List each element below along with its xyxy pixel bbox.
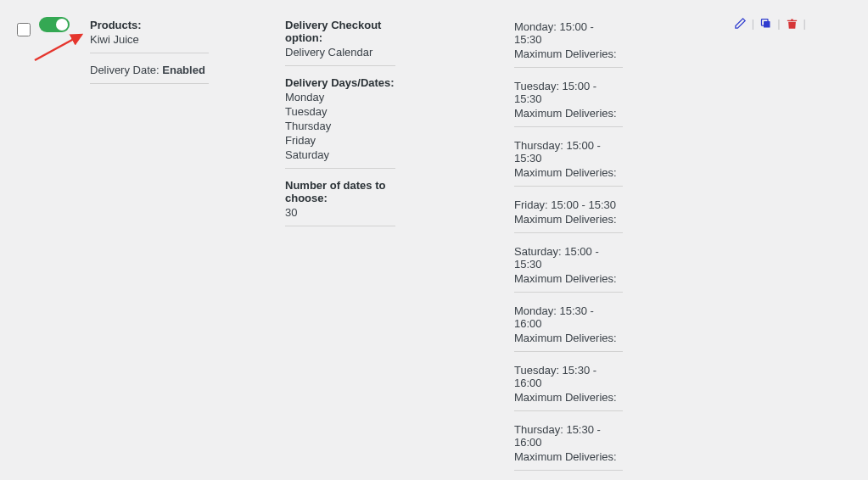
checkout-option-section: Delivery Checkout option: Delivery Calen…: [285, 14, 395, 66]
delivery-column: Delivery Checkout option: Delivery Calen…: [285, 14, 514, 232]
products-value: Kiwi Juice: [90, 33, 209, 46]
slot-time: Monday: 15:30 - 16:00: [514, 304, 623, 330]
time-slot: Monday: 15:30 - 16:00 Maximum Deliveries…: [514, 298, 623, 352]
delivery-days-label: Delivery Days/Dates:: [285, 76, 395, 89]
checkout-option-value: Delivery Calendar: [285, 46, 395, 59]
separator: |: [752, 17, 754, 30]
checkout-option-label: Delivery Checkout option:: [285, 19, 395, 44]
slot-max: Maximum Deliveries:: [514, 166, 623, 179]
num-dates-section: Number of dates to choose: 30: [285, 174, 395, 226]
svg-line-0: [35, 35, 81, 60]
time-slot: Tuesday: 15:30 - 16:00 Maximum Deliverie…: [514, 357, 623, 411]
products-label: Products:: [90, 19, 209, 31]
slot-max: Maximum Deliveries:: [514, 47, 623, 60]
slot-time: Monday: 15:00 - 15:30: [514, 20, 623, 46]
delivery-day: Saturday: [285, 148, 395, 161]
copy-icon: [759, 17, 772, 30]
time-slot: Tuesday: 15:00 - 15:30 Maximum Deliverie…: [514, 73, 623, 127]
slot-max: Maximum Deliveries:: [514, 107, 623, 120]
actions-column: | | |: [709, 14, 820, 30]
slot-time: Thursday: 15:30 - 16:00: [514, 423, 623, 449]
pencil-icon: [734, 17, 747, 30]
row-select-cell: [14, 14, 39, 39]
slot-time: Thursday: 15:00 - 15:30: [514, 139, 623, 165]
enable-toggle[interactable]: [39, 17, 70, 32]
delivery-date-value: Enabled: [162, 64, 205, 76]
slot-max: Maximum Deliveries:: [514, 391, 623, 404]
slot-max: Maximum Deliveries:: [514, 213, 623, 226]
slot-time: Tuesday: 15:30 - 16:00: [514, 364, 623, 389]
slot-max: Maximum Deliveries:: [514, 450, 623, 463]
num-dates-label: Number of dates to choose:: [285, 179, 395, 204]
products-column: Products: Kiwi Juice Delivery Date: Enab…: [90, 14, 285, 89]
delivery-day: Thursday: [285, 120, 395, 132]
separator: |: [777, 17, 780, 30]
slot-time: Friday: 15:00 - 15:30: [514, 198, 623, 211]
slots-column: Monday: 15:00 - 15:30 Maximum Deliveries…: [514, 14, 709, 480]
delivery-date-label: Delivery Date:: [90, 64, 160, 76]
trash-icon: [786, 17, 798, 30]
delivery-day: Friday: [285, 134, 395, 147]
row-checkbox[interactable]: [17, 23, 31, 36]
row-toggle-cell: [39, 14, 90, 32]
slot-max: Maximum Deliveries:: [514, 332, 623, 344]
slot-time: Tuesday: 15:00 - 15:30: [514, 80, 623, 105]
settings-row: Products: Kiwi Juice Delivery Date: Enab…: [14, 14, 854, 480]
time-slot: Thursday: 15:00 - 15:30 Maximum Deliveri…: [514, 132, 623, 187]
slot-max: Maximum Deliveries:: [514, 272, 623, 285]
delete-button[interactable]: [786, 17, 798, 30]
slot-time: Saturday: 15:00 - 15:30: [514, 245, 623, 271]
time-slot: Thursday: 15:30 - 16:00 Maximum Deliveri…: [514, 416, 623, 471]
duplicate-button[interactable]: [759, 17, 772, 30]
products-section: Products: Kiwi Juice: [90, 14, 209, 53]
time-slot: Saturday: 15:00 - 15:30 Maximum Deliveri…: [514, 238, 623, 293]
time-slot: Friday: 15:00 - 15:30 Maximum Deliveries…: [514, 192, 623, 233]
separator: |: [804, 17, 806, 30]
num-dates-value: 30: [285, 206, 395, 219]
annotation-arrow-icon: [31, 31, 90, 64]
time-slot: Monday: 15:00 - 15:30 Maximum Deliveries…: [514, 14, 623, 68]
delivery-day: Monday: [285, 91, 395, 103]
edit-button[interactable]: [734, 17, 747, 30]
svg-rect-1: [764, 21, 770, 28]
time-slot: Friday: 15:30 - 16:00 Maximum Deliveries…: [514, 476, 623, 480]
delivery-date-section: Delivery Date: Enabled: [90, 59, 209, 84]
delivery-day: Tuesday: [285, 105, 395, 118]
delivery-days-section: Delivery Days/Dates: Monday Tuesday Thur…: [285, 71, 395, 169]
